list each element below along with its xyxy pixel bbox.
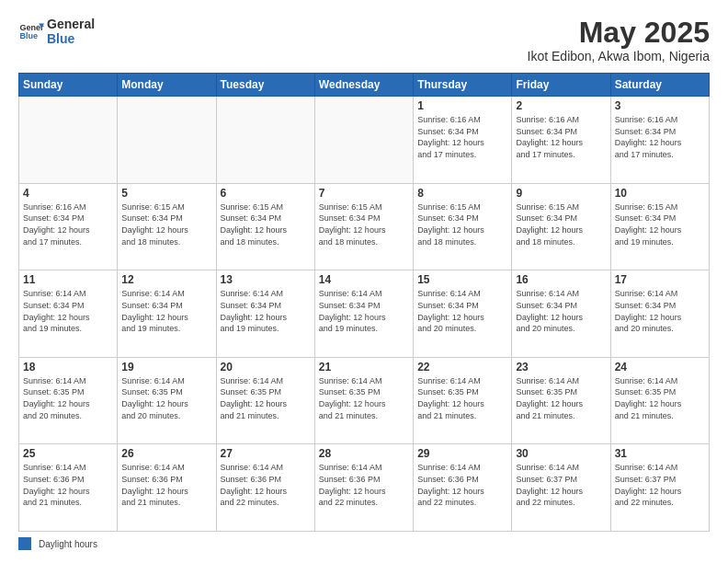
day-info: Sunrise: 6:14 AM Sunset: 6:35 PM Dayligh… — [615, 375, 705, 421]
calendar-day-cell: 25Sunrise: 6:14 AM Sunset: 6:36 PM Dayli… — [19, 444, 118, 532]
calendar-day-cell: 30Sunrise: 6:14 AM Sunset: 6:37 PM Dayli… — [512, 444, 610, 532]
day-info: Sunrise: 6:15 AM Sunset: 6:34 PM Dayligh… — [615, 201, 705, 247]
day-info: Sunrise: 6:14 AM Sunset: 6:36 PM Dayligh… — [319, 462, 409, 508]
title-block: May 2025 Ikot Edibon, Akwa Ibom, Nigeria — [528, 17, 710, 63]
calendar-day-cell: 5Sunrise: 6:15 AM Sunset: 6:34 PM Daylig… — [118, 183, 216, 270]
calendar-weekday-header: Thursday — [414, 74, 512, 97]
day-number: 28 — [319, 447, 409, 460]
day-number: 1 — [417, 99, 507, 112]
day-info: Sunrise: 6:14 AM Sunset: 6:36 PM Dayligh… — [23, 462, 113, 508]
day-number: 15 — [417, 273, 507, 286]
day-info: Sunrise: 6:14 AM Sunset: 6:34 PM Dayligh… — [417, 288, 507, 334]
day-number: 23 — [516, 361, 606, 373]
day-info: Sunrise: 6:14 AM Sunset: 6:36 PM Dayligh… — [121, 462, 211, 508]
day-info: Sunrise: 6:15 AM Sunset: 6:34 PM Dayligh… — [516, 201, 606, 247]
day-info: Sunrise: 6:14 AM Sunset: 6:35 PM Dayligh… — [23, 375, 113, 421]
day-number: 7 — [319, 187, 409, 200]
day-info: Sunrise: 6:14 AM Sunset: 6:34 PM Dayligh… — [516, 288, 606, 334]
day-info: Sunrise: 6:15 AM Sunset: 6:34 PM Dayligh… — [221, 201, 311, 247]
page-title: May 2025 — [528, 17, 710, 49]
calendar-weekday-header: Monday — [118, 74, 216, 97]
day-info: Sunrise: 6:15 AM Sunset: 6:34 PM Dayligh… — [417, 201, 507, 247]
day-number: 3 — [615, 99, 705, 112]
page-subtitle: Ikot Edibon, Akwa Ibom, Nigeria — [528, 49, 710, 63]
day-info: Sunrise: 6:14 AM Sunset: 6:35 PM Dayligh… — [221, 375, 311, 421]
day-number: 12 — [121, 273, 211, 286]
calendar-day-cell: 20Sunrise: 6:14 AM Sunset: 6:35 PM Dayli… — [216, 357, 314, 444]
day-info: Sunrise: 6:14 AM Sunset: 6:37 PM Dayligh… — [615, 462, 705, 508]
calendar-day-cell — [19, 97, 118, 184]
calendar-day-cell: 13Sunrise: 6:14 AM Sunset: 6:34 PM Dayli… — [216, 270, 314, 358]
page: General Blue General Blue May 2025 Ikot … — [0, 0, 728, 563]
calendar-day-cell — [216, 97, 314, 184]
legend-color-box — [18, 537, 31, 550]
day-info: Sunrise: 6:15 AM Sunset: 6:34 PM Dayligh… — [121, 201, 211, 247]
day-number: 27 — [221, 447, 311, 460]
calendar-header-row: SundayMondayTuesdayWednesdayThursdayFrid… — [19, 74, 710, 97]
day-info: Sunrise: 6:16 AM Sunset: 6:34 PM Dayligh… — [516, 114, 606, 160]
calendar-day-cell — [314, 97, 413, 184]
header: General Blue General Blue May 2025 Ikot … — [18, 17, 710, 63]
day-info: Sunrise: 6:14 AM Sunset: 6:35 PM Dayligh… — [417, 375, 507, 421]
day-number: 22 — [417, 361, 507, 373]
calendar-day-cell: 11Sunrise: 6:14 AM Sunset: 6:34 PM Dayli… — [19, 270, 118, 358]
day-number: 31 — [615, 447, 705, 460]
calendar-day-cell: 27Sunrise: 6:14 AM Sunset: 6:36 PM Dayli… — [216, 444, 314, 532]
logo-blue: Blue — [47, 31, 95, 46]
calendar-day-cell: 10Sunrise: 6:15 AM Sunset: 6:34 PM Dayli… — [610, 183, 709, 270]
day-info: Sunrise: 6:14 AM Sunset: 6:35 PM Dayligh… — [319, 375, 409, 421]
calendar-week-row: 4Sunrise: 6:16 AM Sunset: 6:34 PM Daylig… — [19, 183, 710, 270]
calendar-day-cell: 15Sunrise: 6:14 AM Sunset: 6:34 PM Dayli… — [414, 270, 512, 358]
logo-general: General — [47, 17, 95, 31]
calendar-weekday-header: Friday — [512, 74, 610, 97]
calendar-day-cell: 8Sunrise: 6:15 AM Sunset: 6:34 PM Daylig… — [414, 183, 512, 270]
day-number: 17 — [615, 273, 705, 286]
calendar-day-cell: 19Sunrise: 6:14 AM Sunset: 6:35 PM Dayli… — [118, 357, 216, 444]
calendar-weekday-header: Sunday — [19, 74, 118, 97]
svg-text:Blue: Blue — [19, 31, 38, 40]
day-info: Sunrise: 6:16 AM Sunset: 6:34 PM Dayligh… — [23, 201, 113, 247]
day-number: 2 — [516, 99, 606, 112]
calendar-day-cell: 6Sunrise: 6:15 AM Sunset: 6:34 PM Daylig… — [216, 183, 314, 270]
calendar-day-cell: 14Sunrise: 6:14 AM Sunset: 6:34 PM Dayli… — [314, 270, 413, 358]
day-number: 14 — [319, 273, 409, 286]
calendar-day-cell: 9Sunrise: 6:15 AM Sunset: 6:34 PM Daylig… — [512, 183, 610, 270]
day-number: 11 — [23, 273, 113, 286]
day-info: Sunrise: 6:14 AM Sunset: 6:37 PM Dayligh… — [516, 462, 606, 508]
calendar-day-cell: 2Sunrise: 6:16 AM Sunset: 6:34 PM Daylig… — [512, 97, 610, 184]
calendar-weekday-header: Tuesday — [216, 74, 314, 97]
day-number: 29 — [417, 447, 507, 460]
logo-icon: General Blue — [18, 18, 44, 44]
day-info: Sunrise: 6:14 AM Sunset: 6:36 PM Dayligh… — [221, 462, 311, 508]
calendar-week-row: 18Sunrise: 6:14 AM Sunset: 6:35 PM Dayli… — [19, 357, 710, 444]
day-number: 21 — [319, 361, 409, 373]
day-number: 30 — [516, 447, 606, 460]
calendar-day-cell: 28Sunrise: 6:14 AM Sunset: 6:36 PM Dayli… — [314, 444, 413, 532]
calendar-day-cell: 24Sunrise: 6:14 AM Sunset: 6:35 PM Dayli… — [610, 357, 709, 444]
legend-label: Daylight hours — [39, 539, 97, 549]
calendar-day-cell: 21Sunrise: 6:14 AM Sunset: 6:35 PM Dayli… — [314, 357, 413, 444]
calendar-day-cell — [118, 97, 216, 184]
day-number: 25 — [23, 447, 113, 460]
day-number: 16 — [516, 273, 606, 286]
day-info: Sunrise: 6:15 AM Sunset: 6:34 PM Dayligh… — [319, 201, 409, 247]
day-number: 5 — [121, 187, 211, 200]
calendar-day-cell: 7Sunrise: 6:15 AM Sunset: 6:34 PM Daylig… — [314, 183, 413, 270]
day-number: 10 — [615, 187, 705, 200]
day-number: 24 — [615, 361, 705, 373]
calendar-day-cell: 1Sunrise: 6:16 AM Sunset: 6:34 PM Daylig… — [414, 97, 512, 184]
day-info: Sunrise: 6:14 AM Sunset: 6:34 PM Dayligh… — [121, 288, 211, 334]
day-number: 19 — [121, 361, 211, 373]
calendar-weekday-header: Wednesday — [314, 74, 413, 97]
calendar-day-cell: 4Sunrise: 6:16 AM Sunset: 6:34 PM Daylig… — [19, 183, 118, 270]
calendar-table: SundayMondayTuesdayWednesdayThursdayFrid… — [18, 73, 710, 532]
day-number: 13 — [221, 273, 311, 286]
day-number: 9 — [516, 187, 606, 200]
calendar-day-cell: 17Sunrise: 6:14 AM Sunset: 6:34 PM Dayli… — [610, 270, 709, 358]
calendar-day-cell: 3Sunrise: 6:16 AM Sunset: 6:34 PM Daylig… — [610, 97, 709, 184]
calendar-day-cell: 18Sunrise: 6:14 AM Sunset: 6:35 PM Dayli… — [19, 357, 118, 444]
day-info: Sunrise: 6:14 AM Sunset: 6:34 PM Dayligh… — [221, 288, 311, 334]
day-info: Sunrise: 6:14 AM Sunset: 6:36 PM Dayligh… — [417, 462, 507, 508]
calendar-week-row: 11Sunrise: 6:14 AM Sunset: 6:34 PM Dayli… — [19, 270, 710, 358]
calendar-week-row: 25Sunrise: 6:14 AM Sunset: 6:36 PM Dayli… — [19, 444, 710, 532]
